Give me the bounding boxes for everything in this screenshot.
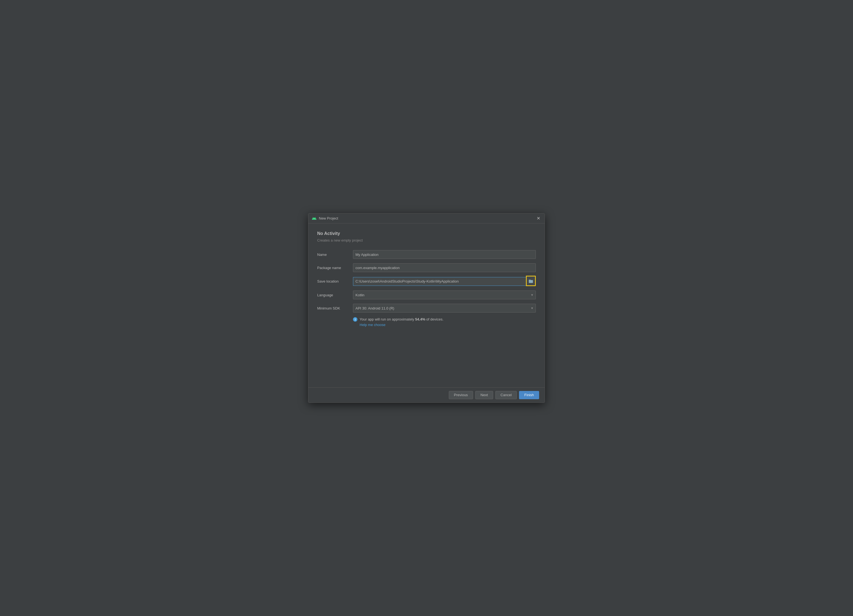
dialog-footer: Previous Next Cancel Finish (308, 387, 545, 403)
language-row: Language Kotlin Java ▼ (317, 291, 536, 299)
section-subtitle: Creates a new empty project (317, 238, 536, 242)
package-name-row: Package name (317, 263, 536, 272)
name-label: Name (317, 253, 353, 257)
save-location-field-group (353, 277, 536, 286)
minimum-sdk-select-wrapper: API 16: Android 4.1 (Jelly Bean) API 21:… (353, 304, 536, 313)
save-location-row: Save location (317, 277, 536, 286)
minimum-sdk-select[interactable]: API 16: Android 4.1 (Jelly Bean) API 21:… (353, 304, 536, 313)
info-text: Your app will run on approximately 54.4%… (360, 317, 443, 322)
finish-button[interactable]: Finish (519, 391, 539, 399)
previous-button[interactable]: Previous (449, 391, 473, 399)
name-row: Name (317, 250, 536, 259)
package-name-label: Package name (317, 266, 353, 270)
help-me-choose-link[interactable]: Help me choose (360, 323, 443, 327)
info-text-after: of devices. (425, 317, 443, 321)
package-name-input[interactable] (353, 263, 536, 272)
cancel-button[interactable]: Cancel (495, 391, 517, 399)
dialog-content: No Activity Creates a new empty project … (308, 223, 545, 332)
language-select[interactable]: Kotlin Java (353, 291, 536, 299)
new-project-dialog: New Project ✕ No Activity Creates a new … (308, 213, 545, 403)
language-label: Language (317, 293, 353, 297)
info-content: Your app will run on approximately 54.4%… (360, 317, 443, 327)
next-button[interactable]: Next (475, 391, 493, 399)
title-bar: New Project ✕ (308, 213, 545, 223)
info-row: i Your app will run on approximately 54.… (353, 317, 536, 327)
section-title: No Activity (317, 231, 536, 236)
title-bar-left: New Project (312, 216, 338, 221)
browse-folder-button[interactable] (526, 275, 536, 286)
minimum-sdk-label: Minimum SDK (317, 306, 353, 310)
dialog-title: New Project (319, 216, 338, 220)
save-location-input[interactable] (353, 277, 526, 286)
android-icon (312, 216, 317, 221)
close-button[interactable]: ✕ (536, 216, 541, 221)
info-percentage: 54.4% (415, 317, 425, 321)
minimum-sdk-row: Minimum SDK API 16: Android 4.1 (Jelly B… (317, 304, 536, 313)
name-input[interactable] (353, 250, 536, 259)
info-text-before: Your app will run on approximately (360, 317, 415, 321)
info-icon: i (353, 317, 357, 322)
save-location-label: Save location (317, 279, 353, 283)
folder-icon (528, 279, 533, 283)
language-select-wrapper: Kotlin Java ▼ (353, 291, 536, 299)
